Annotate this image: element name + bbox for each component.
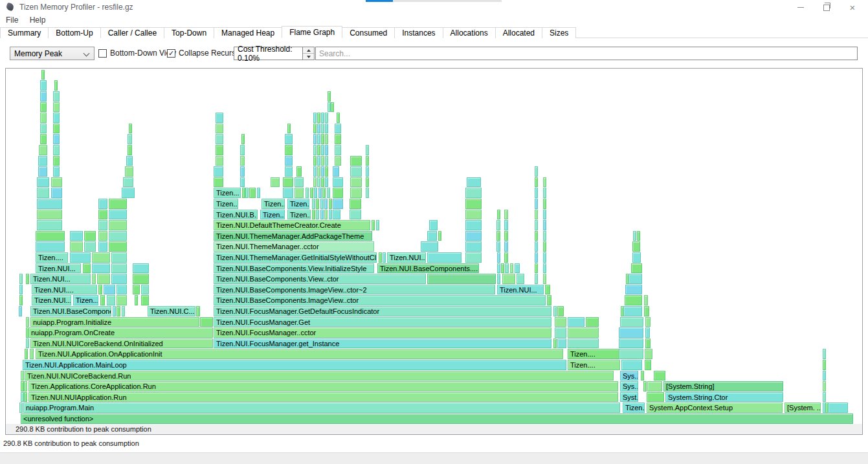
flame-bar[interactable]: [141, 295, 149, 305]
flame-bar[interactable]: [109, 210, 127, 220]
flame-bar[interactable]: [633, 231, 636, 241]
flame-bar[interactable]: [313, 145, 317, 155]
flame-bar[interactable]: [37, 210, 62, 220]
flame-bar[interactable]: Tizen...: [262, 199, 285, 209]
flame-bar[interactable]: [502, 274, 515, 284]
flame-bar[interactable]: [505, 263, 509, 274]
flame-bar[interactable]: [107, 295, 115, 305]
tab-consumed[interactable]: Consumed: [342, 27, 395, 38]
flame-bar[interactable]: [535, 263, 538, 274]
flame-bar[interactable]: [283, 177, 293, 188]
flame-bar[interactable]: [631, 263, 642, 274]
flame-bar[interactable]: [241, 134, 245, 144]
flame-bar[interactable]: [24, 381, 27, 392]
flame-bar[interactable]: [314, 188, 317, 198]
flame-bar[interactable]: [504, 220, 508, 230]
flame-bar[interactable]: [295, 188, 304, 198]
restore-button[interactable]: [814, 0, 840, 14]
flame-bar[interactable]: [643, 381, 647, 392]
flame-bar[interactable]: [543, 263, 546, 274]
flame-bar[interactable]: [504, 252, 508, 263]
flame-bar[interactable]: [497, 252, 500, 263]
flame-bar[interactable]: Tizen.NUI.BaseComponents.ImageView..ctor…: [214, 285, 495, 295]
tab-summary[interactable]: Summary: [0, 27, 49, 38]
flame-bar[interactable]: <unresolved function>: [21, 414, 853, 424]
flame-bar[interactable]: [53, 91, 60, 102]
flame-bar[interactable]: [312, 210, 315, 220]
flame-bar[interactable]: Tizen.NUI.B...: [214, 210, 258, 220]
flame-bar[interactable]: [586, 317, 599, 327]
flame-bar[interactable]: [111, 274, 127, 284]
flame-bar[interactable]: [504, 210, 508, 220]
flame-bar[interactable]: Tizen.NUI...: [497, 285, 544, 295]
flame-bar[interactable]: [333, 199, 343, 209]
flame-bar[interactable]: [337, 113, 340, 123]
flame-bar[interactable]: [240, 156, 245, 166]
flame-bar[interactable]: [321, 145, 324, 155]
flame-bar[interactable]: [543, 231, 546, 241]
flame-bar[interactable]: [133, 285, 140, 295]
flame-bar[interactable]: [98, 231, 107, 241]
flame-bar[interactable]: [19, 295, 23, 305]
flame-bar[interactable]: Tizen.NUI.ThemeManager..cctor: [214, 241, 374, 252]
tab-caller-callee[interactable]: Caller / Callee: [100, 27, 164, 38]
flame-bar[interactable]: [331, 102, 334, 113]
flame-bar[interactable]: [117, 295, 127, 305]
flame-bar[interactable]: [823, 349, 826, 359]
flame-bar[interactable]: [623, 306, 642, 316]
flame-bar[interactable]: [37, 188, 49, 198]
flame-bar[interactable]: [313, 156, 317, 166]
flame-bar[interactable]: [97, 274, 110, 284]
flame-bar[interactable]: [83, 263, 91, 274]
flame-bar[interactable]: [629, 274, 642, 284]
flame-bar[interactable]: [421, 241, 438, 252]
flame-bar[interactable]: [216, 113, 223, 123]
search-input[interactable]: [315, 47, 858, 60]
flame-bar[interactable]: [547, 295, 551, 305]
flame-bar[interactable]: [245, 188, 249, 198]
spinner-up-button[interactable]: [303, 47, 314, 54]
flame-bar[interactable]: [555, 317, 566, 327]
flame-bar[interactable]: [285, 134, 293, 144]
flame-bar[interactable]: [333, 177, 343, 188]
flame-bar[interactable]: [111, 252, 127, 263]
flame-bar[interactable]: [109, 241, 127, 252]
flame-bar[interactable]: [316, 210, 319, 220]
flame-bar[interactable]: [214, 177, 223, 188]
flame-bar[interactable]: [543, 199, 546, 209]
flame-bar[interactable]: [317, 177, 320, 188]
flame-bar[interactable]: [40, 113, 47, 123]
flame-bar[interactable]: [515, 263, 520, 274]
flame-bar[interactable]: [216, 124, 223, 134]
spinner-down-button[interactable]: [303, 54, 314, 60]
flame-bar[interactable]: [240, 177, 245, 188]
flame-bar[interactable]: [40, 134, 47, 144]
flame-bar[interactable]: [325, 124, 328, 134]
flame-bar[interactable]: Tizen...: [214, 199, 238, 209]
flame-bar[interactable]: [350, 210, 361, 220]
flame-bar[interactable]: [51, 188, 62, 198]
flame-bar[interactable]: [92, 274, 96, 284]
flame-bar[interactable]: [133, 263, 149, 274]
flame-bar[interactable]: [128, 134, 132, 144]
tab-top-down[interactable]: Top-Down: [164, 27, 214, 38]
flame-bar[interactable]: [84, 231, 96, 241]
flame-bar[interactable]: [510, 263, 513, 274]
flame-bar[interactable]: [366, 166, 369, 177]
flame-bar[interactable]: [285, 156, 293, 166]
flame-bar[interactable]: [84, 241, 96, 252]
flame-bar[interactable]: [325, 156, 328, 166]
flame-bar[interactable]: [335, 134, 341, 144]
flame-bar[interactable]: [625, 285, 642, 295]
flame-bar[interactable]: [54, 80, 58, 91]
flame-bar[interactable]: [321, 177, 324, 188]
flame-bar[interactable]: nuiapp.Program.Initialize: [30, 317, 199, 327]
flame-bar[interactable]: [543, 188, 546, 198]
flame-bar[interactable]: [465, 252, 482, 263]
flame-bar[interactable]: Tizen....: [568, 349, 620, 359]
flame-bar[interactable]: [109, 220, 127, 230]
flame-bar[interactable]: [53, 156, 60, 166]
flame-bar[interactable]: Tizen...: [214, 188, 241, 198]
flame-bar[interactable]: [543, 252, 546, 263]
flame-bar[interactable]: [310, 188, 313, 198]
